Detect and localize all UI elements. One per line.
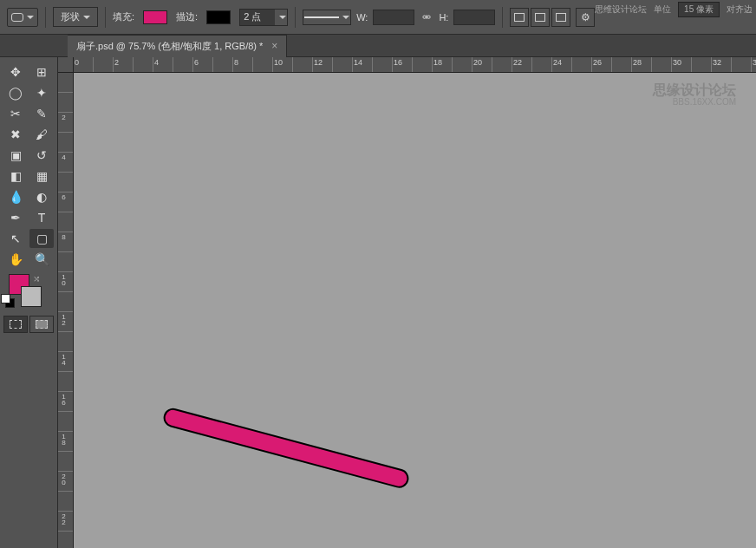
separator	[295, 7, 296, 28]
top-right-info: 思维设计论坛 单位 15 像素 对齐边	[595, 2, 753, 17]
clone-tool[interactable]: ▣	[3, 146, 28, 165]
color-swatches: ⤭	[3, 274, 54, 312]
swap-colors-icon[interactable]: ⤭	[33, 274, 40, 284]
stroke-style-dropdown[interactable]	[303, 10, 351, 25]
pen-tool[interactable]: ✒	[3, 208, 28, 227]
document-tab-bar: 扇子.psd @ 75.7% (色相/饱和度 1, RGB/8) * ×	[0, 35, 756, 57]
path-select-tool[interactable]: ↖	[3, 229, 28, 248]
artboard-tool[interactable]: ⊞	[29, 62, 54, 82]
chevron-down-icon	[27, 16, 34, 19]
gear-icon	[581, 11, 590, 23]
height-input[interactable]	[453, 10, 495, 25]
shape-preset-dropdown[interactable]	[7, 8, 38, 27]
fill-color-swatch[interactable]	[143, 10, 167, 24]
separator	[105, 7, 106, 28]
stroke-width-control	[239, 9, 288, 26]
blur-tool[interactable]: 💧	[3, 187, 28, 206]
path-arrange-button[interactable]	[551, 8, 570, 27]
text-tool[interactable]: T	[29, 208, 54, 227]
path-operations	[510, 8, 570, 27]
vertical-ruler[interactable]: 2468101214161820222426	[58, 73, 74, 548]
fill-label: 填充:	[113, 10, 134, 23]
default-colors-icon[interactable]	[5, 298, 16, 309]
shape-settings-button[interactable]	[576, 8, 595, 27]
document-tab[interactable]: 扇子.psd @ 75.7% (色相/饱和度 1, RGB/8) * ×	[68, 35, 287, 57]
document-canvas[interactable]: 思缘设计论坛 BBS.16XX.COM	[94, 73, 753, 548]
dodge-tool[interactable]: ◐	[29, 187, 54, 206]
document-title: 扇子.psd @ 75.7% (色相/饱和度 1, RGB/8) *	[76, 40, 263, 53]
rounded-rectangle-shape[interactable]	[161, 406, 411, 490]
info-text: 思维设计论坛	[595, 3, 647, 16]
canvas-body: 2468101214161820222426 思缘设计论坛 BBS.16XX.C…	[58, 73, 756, 548]
link-wh-icon[interactable]: ⚮	[420, 10, 433, 24]
solid-line-icon	[304, 16, 339, 18]
standard-mode-button[interactable]	[3, 316, 28, 333]
lasso-tool[interactable]: ◯	[3, 83, 28, 102]
path-align-button[interactable]	[531, 8, 550, 27]
shape-tool[interactable]: ▢	[29, 229, 54, 248]
width-label: W:	[356, 12, 368, 23]
zoom-tool[interactable]: 🔍	[29, 250, 54, 269]
stroke-label: 描边:	[176, 10, 198, 23]
toolbox: ✥⊞ ◯✦ ✂✎ ✖🖌 ▣↺ ◧▦ 💧◐ ✒T ↖▢ ✋🔍 ⤭	[0, 57, 58, 548]
history-brush-tool[interactable]: ↺	[29, 146, 54, 165]
shape-mode-label: 形状	[61, 10, 80, 23]
eraser-tool[interactable]: ◧	[3, 166, 28, 186]
rounded-rect-icon	[11, 13, 23, 22]
brush-tool[interactable]: 🖌	[29, 125, 54, 144]
align-edges-label: 对齐边	[727, 3, 753, 16]
chevron-down-icon	[83, 16, 90, 19]
magic-wand-tool[interactable]: ✦	[29, 83, 54, 102]
chevron-down-icon	[279, 16, 286, 19]
hand-tool[interactable]: ✋	[3, 250, 28, 269]
stroke-width-dropdown[interactable]	[275, 10, 287, 25]
ruler-corner	[58, 57, 74, 73]
move-tool[interactable]: ✥	[3, 62, 28, 82]
canvas-area: 0246810121416182022242628303234 24681012…	[58, 57, 756, 548]
eyedropper-tool[interactable]: ✎	[29, 104, 54, 123]
horizontal-ruler[interactable]: 0246810121416182022242628303234	[74, 57, 756, 73]
healing-tool[interactable]: ✖	[3, 125, 28, 144]
crop-tool[interactable]: ✂	[3, 104, 28, 123]
separator	[502, 7, 503, 28]
main: ✥⊞ ◯✦ ✂✎ ✖🖌 ▣↺ ◧▦ 💧◐ ✒T ↖▢ ✋🔍 ⤭ 02468101…	[0, 57, 756, 548]
watermark-url: BBS.16XX.COM	[673, 97, 736, 107]
canvas[interactable]: 思缘设计论坛 BBS.16XX.COM UiBQ.CoM	[74, 73, 756, 548]
pixel-value: 15 像素	[678, 2, 720, 17]
ruler-top-row: 0246810121416182022242628303234	[58, 57, 756, 73]
quick-mask-button[interactable]	[29, 316, 54, 333]
shape-mode-dropdown[interactable]: 形状	[53, 7, 98, 27]
stroke-color-swatch[interactable]	[206, 10, 231, 24]
separator	[45, 7, 46, 28]
height-label: H:	[439, 12, 448, 23]
path-combine-button[interactable]	[510, 8, 529, 27]
info-text: 单位	[654, 3, 671, 16]
background-color[interactable]	[21, 286, 42, 307]
close-tab-icon[interactable]: ×	[271, 40, 277, 52]
edit-mode-buttons	[3, 316, 54, 333]
chevron-down-icon	[342, 16, 349, 19]
gradient-tool[interactable]: ▦	[29, 166, 54, 186]
stroke-width-input[interactable]	[240, 10, 275, 25]
width-input[interactable]	[373, 10, 414, 25]
